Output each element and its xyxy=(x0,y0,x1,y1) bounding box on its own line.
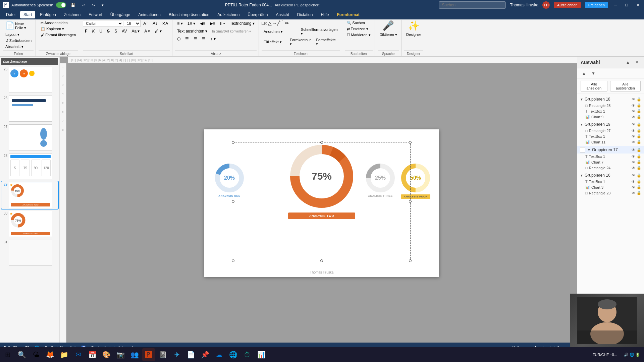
autosave-toggle[interactable] xyxy=(56,2,66,8)
form-kontur-btn[interactable]: Formkontour ▾ xyxy=(288,37,313,47)
slide-item-27[interactable]: 27 xyxy=(1,124,58,151)
taskbar-search[interactable]: 🔍 xyxy=(15,348,28,361)
changecase-btn[interactable]: Aa ▾ xyxy=(129,28,142,35)
neue-folie-btn[interactable]: 📄 NeueFolie ▾ xyxy=(3,20,34,32)
maximize-btn[interactable]: ☐ xyxy=(623,2,630,8)
justify-btn[interactable]: ☰ xyxy=(200,36,208,42)
list-btn[interactable]: ≡ ▾ xyxy=(175,20,184,27)
panel-up-btn[interactable]: ▲ xyxy=(580,70,588,76)
layer-chart7[interactable]: 📊 Chart 7 👁 🔒 xyxy=(577,159,644,165)
taskbar-start[interactable]: ⊞ xyxy=(1,348,14,361)
slide-item-26[interactable]: 26 xyxy=(1,95,58,122)
taskbar-foxit[interactable]: 📄 xyxy=(184,348,197,361)
align-right-btn[interactable]: ☰ xyxy=(192,36,199,42)
lock-tb19-1[interactable]: 🔒 xyxy=(637,134,641,138)
layout-btn[interactable]: Layout ▾ xyxy=(3,32,34,38)
layer-rect24[interactable]: □ Rectangle 24 👁 🔒 xyxy=(577,165,644,171)
fontcolor-btn[interactable]: A ▾ xyxy=(142,28,152,35)
eye-rect27[interactable]: 👁 xyxy=(632,129,635,133)
taskbar-teams[interactable]: 👥 xyxy=(128,348,141,361)
checkbox-17[interactable] xyxy=(580,147,585,153)
suchen-btn[interactable]: 🔍 Suchen xyxy=(345,20,373,26)
font-clear-btn[interactable]: ✕A xyxy=(160,20,170,27)
slide-item-31[interactable]: 31 xyxy=(1,239,58,266)
num-list-btn[interactable]: 1≡ ▾ xyxy=(185,20,197,27)
bold-btn[interactable]: F xyxy=(83,28,89,35)
lock-tb18-1[interactable]: 🔒 xyxy=(637,109,641,113)
share-btn[interactable]: Freigeben xyxy=(585,2,608,8)
taskbar-mail[interactable]: ✉ xyxy=(72,348,85,361)
eye-rect28[interactable]: 👁 xyxy=(632,104,635,108)
columns-btn[interactable]: ⫿ ▾ xyxy=(218,20,227,27)
eye-chart9[interactable]: 👁 xyxy=(632,115,635,119)
taskbar-calendar[interactable]: 📅 xyxy=(86,348,99,361)
schnellformat-btn[interactable]: Schnellformatvorlagen ▾ xyxy=(299,27,339,37)
save-btn[interactable]: 💾 xyxy=(69,2,77,8)
form-effekte-btn[interactable]: Formeffekte ▾ xyxy=(314,37,339,47)
lock-tb17-1[interactable]: 🔒 xyxy=(637,154,641,159)
undo-btn[interactable]: ↩ xyxy=(80,2,87,8)
eye-tb19-1[interactable]: 👁 xyxy=(632,134,635,138)
italic-btn[interactable]: K xyxy=(90,28,97,35)
markieren-btn[interactable]: ☐ Markieren ▾ xyxy=(345,32,373,38)
close-panel-btn[interactable]: ✕ xyxy=(633,59,641,65)
menu-formformat[interactable]: Formformat xyxy=(333,11,363,18)
font-size-select[interactable]: 16 xyxy=(124,20,141,27)
lock-19-icon[interactable]: 🔒 xyxy=(637,122,641,127)
layer-chart9[interactable]: 📊 Chart 9 👁 🔒 xyxy=(577,114,644,120)
layer-rect28[interactable]: □ Rectangle 28 👁 🔒 xyxy=(577,103,644,108)
kopieren-btn[interactable]: 📋 Kopieren ▾ xyxy=(39,26,78,32)
group-18-header[interactable]: ▼ Gruppieren 18 👁 🔒 xyxy=(577,96,644,103)
shapes-icon[interactable]: □ xyxy=(262,20,264,26)
lock-rect23[interactable]: 🔒 xyxy=(637,191,641,195)
menu-animationen[interactable]: Animationen xyxy=(135,11,164,18)
canvas-area[interactable]: |16| |14| |12| |10| |8| |6| |4| |2| |0| … xyxy=(60,57,577,343)
font-family-select[interactable]: Calibri xyxy=(83,20,123,27)
align-left-btn[interactable]: ⬡ xyxy=(175,36,182,42)
oval-icon[interactable]: ○ xyxy=(265,20,268,26)
indent-right-btn[interactable]: ▶≡ xyxy=(208,20,217,27)
menu-uebergaenge[interactable]: Übergänge xyxy=(107,11,133,18)
taskbar-klokki[interactable]: ⏱ xyxy=(241,348,254,361)
taskbar-telegram[interactable]: ✈ xyxy=(170,348,183,361)
connector-icon[interactable]: ⌒ xyxy=(280,20,285,26)
layer-chart11[interactable]: 📊 Chart 11 👁 🔒 xyxy=(577,139,644,145)
menu-bildschirm[interactable]: Bildschirmpräsentation xyxy=(165,11,213,18)
layer-textbox17-1[interactable]: T TextBox 1 👁 🔒 xyxy=(577,154,644,159)
menu-dictation[interactable]: Dictation xyxy=(294,11,316,18)
eye-16-icon[interactable]: 👁 xyxy=(632,173,635,177)
expand-panel-btn[interactable]: ▲ xyxy=(624,59,632,65)
menu-entwurf[interactable]: Entwurf xyxy=(85,11,106,18)
menu-einfuegen[interactable]: Einfügen xyxy=(37,11,59,18)
lock-18-icon[interactable]: 🔒 xyxy=(637,97,641,102)
zuruecksetzen-btn[interactable]: ↺ Zurücksetzen xyxy=(3,38,34,44)
ausschneiden-btn[interactable]: ✂ Ausschneiden xyxy=(39,20,78,26)
eye-18-icon[interactable]: 👁 xyxy=(632,97,635,101)
highlight-btn[interactable]: 🖊 ▾ xyxy=(153,28,164,35)
layer-textbox19-1[interactable]: T TextBox 1 👁 🔒 xyxy=(577,133,644,139)
lock-chart3[interactable]: 🔒 xyxy=(637,185,641,189)
lock-tb16-1[interactable]: 🔒 xyxy=(637,179,641,184)
menu-hilfe[interactable]: Hilfe xyxy=(317,11,332,18)
taskbar-firefox[interactable]: 🦊 xyxy=(44,348,56,361)
lock-rect24[interactable]: 🔒 xyxy=(637,166,641,170)
show-all-btn[interactable]: Alle anzeigen xyxy=(581,81,607,92)
font-decrease-btn[interactable]: A↓ xyxy=(151,20,159,27)
taskbar-camera[interactable]: 📷 xyxy=(114,348,127,361)
anordnen-btn[interactable]: Anordnen ▾ xyxy=(262,29,298,35)
line-spacing-btn[interactable]: ↕ ▾ xyxy=(208,36,217,42)
menu-zeichnen[interactable]: Zeichnen xyxy=(61,11,84,18)
lock-chart11[interactable]: 🔒 xyxy=(637,140,641,144)
abschnitt-btn[interactable]: Abschnitt ▾ xyxy=(3,44,34,50)
eye-19-icon[interactable]: 👁 xyxy=(632,122,635,126)
align-center-btn[interactable]: ☰ xyxy=(183,36,191,42)
arrow-icon[interactable]: → xyxy=(272,20,277,26)
group-17-header[interactable]: ▼ Gruppieren 17 👁 🔒 xyxy=(577,146,644,154)
layer-rect27[interactable]: □ Rectangle 27 👁 🔒 xyxy=(577,128,644,133)
eye-tb17-1[interactable]: 👁 xyxy=(632,155,635,159)
taskbar-onedrive[interactable]: ☁ xyxy=(213,348,225,361)
taskbar-widgets[interactable]: 🌤 xyxy=(30,348,42,361)
group-19-header[interactable]: ▼ Gruppieren 19 👁 🔒 xyxy=(577,121,644,128)
layer-chart3[interactable]: 📊 Chart 3 👁 🔒 xyxy=(577,184,644,190)
search-input[interactable] xyxy=(439,1,506,9)
